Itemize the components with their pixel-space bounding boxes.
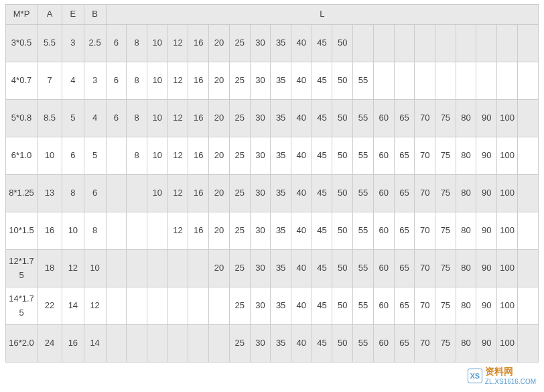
l-cell: 70	[415, 325, 435, 363]
l-cell: 80	[456, 250, 476, 287]
l-cell	[127, 250, 147, 287]
l-cell	[106, 287, 127, 325]
l-cell	[517, 25, 538, 62]
l-cell: 65	[394, 212, 415, 250]
b: 2.5	[84, 25, 106, 62]
l-cell: 80	[456, 175, 476, 212]
l-cell: 90	[476, 175, 497, 212]
l-cell: 45	[312, 62, 332, 100]
l-cell: 75	[435, 100, 456, 137]
l-cell: 16	[188, 212, 209, 250]
l-cell: 25	[229, 325, 250, 363]
mp: 10*1.5	[6, 212, 38, 250]
l-cell: 60	[373, 175, 394, 212]
l-cell: 35	[271, 62, 291, 100]
l-cell: 25	[229, 100, 250, 137]
l-cell: 6	[106, 25, 127, 62]
l-cell: 30	[250, 175, 271, 212]
l-cell: 65	[394, 287, 415, 325]
l-cell: 30	[250, 62, 271, 100]
l-cell: 50	[332, 175, 353, 212]
b: 5	[84, 137, 106, 175]
l-cell	[373, 25, 394, 62]
a: 8.5	[38, 100, 62, 137]
e: 5	[62, 100, 84, 137]
l-cell	[188, 250, 209, 287]
l-cell: 55	[353, 287, 374, 325]
l-cell: 100	[497, 175, 518, 212]
l-cell: 12	[167, 175, 188, 212]
mp: 12*1.75	[6, 250, 38, 287]
l-cell: 25	[229, 287, 250, 325]
l-cell	[167, 250, 188, 287]
l-cell: 45	[312, 287, 332, 325]
l-cell	[353, 25, 374, 62]
mp: 6*1.0	[6, 137, 38, 175]
l-cell	[517, 175, 538, 212]
mp: 14*1.75	[6, 287, 38, 325]
l-cell: 25	[229, 25, 250, 62]
l-cell: 16	[188, 137, 209, 175]
table-row: 6*1.010658101216202530354045505560657075…	[6, 137, 539, 175]
l-cell: 10	[147, 25, 167, 62]
b: 8	[84, 212, 106, 250]
l-cell: 60	[373, 325, 394, 363]
l-cell	[394, 62, 415, 100]
l-cell	[497, 25, 518, 62]
l-cell: 90	[476, 137, 497, 175]
l-cell: 25	[229, 175, 250, 212]
l-cell	[147, 250, 167, 287]
l-cell: 90	[476, 212, 497, 250]
l-cell: 40	[291, 287, 312, 325]
b: 12	[84, 287, 106, 325]
l-cell: 100	[497, 212, 518, 250]
b: 10	[84, 250, 106, 287]
l-cell	[517, 62, 538, 100]
l-cell: 35	[271, 25, 291, 62]
e: 6	[62, 137, 84, 175]
l-cell: 30	[250, 137, 271, 175]
l-cell: 16	[188, 175, 209, 212]
l-cell: 70	[415, 175, 435, 212]
l-cell	[147, 287, 167, 325]
col-a: A	[38, 5, 62, 25]
l-cell	[476, 25, 497, 62]
b: 6	[84, 175, 106, 212]
l-cell: 60	[373, 250, 394, 287]
l-cell: 90	[476, 100, 497, 137]
table-row: 3*0.55.532.56810121620253035404550	[6, 25, 539, 62]
a: 18	[38, 250, 62, 287]
l-cell	[167, 287, 188, 325]
col-l: L	[106, 5, 538, 25]
l-cell: 45	[312, 325, 332, 363]
a: 7	[38, 62, 62, 100]
l-cell: 75	[435, 137, 456, 175]
l-cell: 40	[291, 25, 312, 62]
l-cell: 40	[291, 62, 312, 100]
l-cell: 55	[353, 62, 374, 100]
watermark: XS 资料网 ZL.XS1616.COM	[468, 366, 536, 367]
l-cell: 16	[188, 100, 209, 137]
l-cell: 35	[271, 137, 291, 175]
l-cell: 45	[312, 137, 332, 175]
l-cell: 70	[415, 137, 435, 175]
l-cell: 70	[415, 250, 435, 287]
l-cell: 30	[250, 250, 271, 287]
l-cell: 40	[291, 250, 312, 287]
l-cell	[209, 287, 230, 325]
table-row: 16*2.02416142530354045505560657075809010…	[6, 325, 539, 363]
l-cell: 10	[147, 137, 167, 175]
l-cell	[188, 287, 209, 325]
table-row: 14*1.75221412253035404550556065707580901…	[6, 287, 539, 325]
l-cell: 50	[332, 325, 353, 363]
l-cell: 30	[250, 325, 271, 363]
mp: 3*0.5	[6, 25, 38, 62]
l-cell: 20	[209, 100, 230, 137]
l-cell: 55	[353, 175, 374, 212]
spec-table: M*P A E B L 3*0.55.532.56810121620253035…	[5, 4, 539, 363]
table-row: 8*1.251386101216202530354045505560657075…	[6, 175, 539, 212]
l-cell	[517, 137, 538, 175]
l-cell: 70	[415, 100, 435, 137]
l-cell: 6	[106, 62, 127, 100]
l-cell: 80	[456, 100, 476, 137]
